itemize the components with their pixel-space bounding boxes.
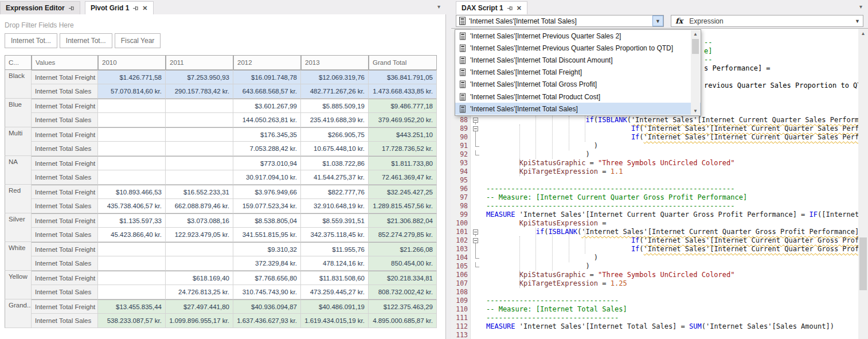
code-line[interactable]: 94 KpiTargetExpression = 1.1 (451, 167, 858, 176)
code-line[interactable]: 110-- Measure: [Internet Total Sales] (451, 305, 858, 314)
pin-icon[interactable] (68, 5, 75, 11)
tab-dax-script-1[interactable]: DAX Script 1 ✕ (456, 1, 527, 14)
pivot-value-cell[interactable]: 1.473.668.433,85 kr. (369, 84, 437, 99)
pivot-value-cell[interactable]: 478.124,16 kr. (301, 256, 369, 271)
pivot-row-label[interactable]: Internet Total Freight (32, 299, 98, 314)
pivot-row-label[interactable]: Internet Total Sales (32, 170, 98, 185)
pivot-row-label[interactable]: Internet Total Sales (32, 142, 98, 156)
code-line[interactable]: 91 ) (451, 142, 858, 150)
code-line[interactable]: 112MEASURE 'Internet Sales'[Internet Tot… (451, 322, 858, 331)
pivot-value-cell[interactable]: 379.469.952,20 kr. (369, 113, 437, 127)
fold-marker[interactable] (470, 124, 484, 133)
pivot-row-group-label[interactable]: Red (5, 185, 32, 213)
pivot-value-cell[interactable]: $21.306.882,04 (369, 213, 437, 228)
pivot-value-cell[interactable]: 122.923.479,05 kr. (166, 228, 233, 242)
pivot-value-cell[interactable]: $36.841.791,05 (369, 70, 437, 84)
pivot-value-cell[interactable]: $443.251,10 (369, 127, 437, 142)
pivot-value-cell[interactable]: 341.551.815,95 kr. (233, 228, 301, 242)
pivot-value-cell[interactable] (166, 113, 233, 127)
pivot-value-cell[interactable]: $10.893.466,53 (98, 185, 166, 199)
pivot-value-cell[interactable]: 7.053.288,42 kr. (233, 142, 301, 156)
code-line[interactable]: 92 ) (451, 150, 858, 159)
pivot-value-cell[interactable]: 473.259.445,27 kr. (301, 285, 369, 299)
editor-vertical-scrollbar[interactable]: ▲ (858, 29, 868, 339)
code-line[interactable]: 100 KpiStatusExpression = (451, 219, 858, 228)
chevron-down-icon[interactable]: ▾ (437, 3, 440, 10)
pivot-row-label[interactable]: Internet Total Sales (32, 285, 98, 299)
tab-pivot-grid-1[interactable]: Pivot Grid 1 ✕ (85, 1, 154, 14)
pivot-value-cell[interactable]: 310.745.743,90 kr. (233, 285, 301, 299)
pivot-row-label[interactable]: Internet Total Sales (32, 84, 98, 99)
pivot-column-header[interactable]: 2012 (233, 55, 301, 70)
pivot-row-label[interactable]: Internet Total Freight (32, 70, 98, 84)
pivot-value-cell[interactable]: $27.497.441,80 (166, 299, 233, 314)
pivot-value-cell[interactable]: $12.069.319,76 (301, 70, 369, 84)
pivot-value-cell[interactable]: $40.936.094,87 (233, 299, 301, 314)
pivot-value-cell[interactable]: $1.135.597,33 (98, 213, 166, 228)
pivot-value-cell[interactable]: 808.732.002,42 kr. (369, 285, 437, 299)
pivot-row-label[interactable]: Internet Total Freight (32, 242, 98, 256)
code-line[interactable]: 111-------------------------------- (451, 314, 858, 322)
pivot-row-label[interactable]: Internet Total Sales (32, 256, 98, 271)
pivot-value-cell[interactable]: 32.910.648,19 kr. (301, 199, 369, 213)
code-line[interactable]: 89 If('Internet Sales'[Internet Current … (451, 124, 858, 133)
pivot-value-cell[interactable]: $9.486.777,18 (369, 99, 437, 113)
dropdown-item[interactable]: 'Internet Sales'[Internet Previous Quart… (455, 42, 701, 54)
pivot-value-cell[interactable]: $8.538.805,04 (233, 213, 301, 228)
scrollbar-thumb[interactable] (692, 39, 699, 54)
pivot-value-cell[interactable] (98, 142, 166, 156)
pivot-row-group-label[interactable]: Silver (5, 213, 32, 242)
pivot-value-cell[interactable]: $7.768.656,80 (233, 271, 301, 285)
pin-icon[interactable] (507, 5, 513, 11)
fold-marker[interactable] (470, 236, 484, 245)
code-line[interactable]: 106 KpiStatusGraphic = "Three Symbols Un… (451, 271, 858, 279)
pivot-row-group-label[interactable]: NA (5, 156, 32, 185)
close-icon[interactable]: ✕ (517, 5, 522, 11)
pivot-value-cell[interactable]: 372.329,84 kr. (233, 256, 301, 271)
filter-field-button[interactable]: Internet Tot... (60, 33, 112, 48)
code-line[interactable]: 96--------------------------------------… (451, 185, 858, 193)
fold-marker[interactable] (470, 254, 484, 262)
code-line[interactable]: 101 if(ISBLANK('Internet Sales'[Internet… (451, 228, 858, 236)
pivot-value-cell[interactable]: 643.668.568,57 kr. (233, 84, 301, 99)
pivot-row-label[interactable]: Internet Total Freight (32, 271, 98, 285)
scroll-down-arrow-icon[interactable]: ▼ (691, 107, 700, 115)
pivot-row-label[interactable]: Internet Total Freight (32, 213, 98, 228)
pivot-column-header[interactable]: 2011 (166, 55, 233, 70)
code-line[interactable]: 95 (451, 176, 858, 185)
pivot-value-cell[interactable]: 4.895.000.685,87 kr. (369, 314, 437, 328)
dropdown-scrollbar[interactable]: ▲ ▼ (691, 30, 700, 115)
pivot-row-group-label[interactable]: Multi (5, 127, 32, 156)
pivot-value-cell[interactable] (98, 127, 166, 142)
pivot-value-cell[interactable]: $11.831.508,60 (301, 271, 369, 285)
pivot-row-label[interactable]: Internet Total Freight (32, 127, 98, 142)
pivot-value-cell[interactable]: 24.726.813,25 kr. (166, 285, 233, 299)
tab-expression-editor[interactable]: Expression Editor (0, 1, 80, 14)
pivot-value-cell[interactable]: $1.038.722,86 (301, 156, 369, 170)
close-icon[interactable]: ✕ (142, 5, 147, 11)
pivot-value-cell[interactable]: $40.486.091,19 (301, 299, 369, 314)
pivot-value-cell[interactable]: 144.050.263,81 kr. (233, 113, 301, 127)
dropdown-item[interactable]: 'Internet Sales'[Internet Total Sales] (455, 103, 701, 115)
expression-combobox[interactable]: fx Expression ▼ (671, 15, 863, 27)
pivot-value-cell[interactable]: 342.375.118,45 kr. (301, 228, 369, 242)
pivot-value-cell[interactable] (98, 271, 166, 285)
pivot-value-cell[interactable]: 852.274.279,85 kr. (369, 228, 437, 242)
pivot-column-header[interactable]: C... (5, 55, 32, 70)
filter-field-button[interactable]: Internet Tot... (5, 33, 57, 48)
fold-marker[interactable] (470, 262, 484, 271)
pivot-value-cell[interactable]: $1.426.771,58 (98, 70, 166, 84)
pivot-row-group-label[interactable]: Black (5, 70, 32, 99)
pivot-value-cell[interactable]: 41.544.275,37 kr. (301, 170, 369, 185)
dropdown-item[interactable]: 'Internet Sales'[Internet Total Product … (455, 91, 701, 103)
pivot-row-label[interactable]: Internet Total Freight (32, 185, 98, 199)
pivot-value-cell[interactable]: $122.375.463,29 (369, 299, 437, 314)
pivot-row-label[interactable]: Internet Total Sales (32, 113, 98, 127)
code-line[interactable]: 98--------------------------------------… (451, 202, 858, 211)
pivot-value-cell[interactable] (166, 256, 233, 271)
pivot-value-cell[interactable] (98, 156, 166, 170)
pivot-value-cell[interactable]: 290.157.783,42 kr. (166, 84, 233, 99)
pivot-value-cell[interactable] (166, 142, 233, 156)
pivot-column-header[interactable]: Values (32, 55, 98, 70)
code-line[interactable]: 90 If('Internet Sales'[Internet Current … (451, 133, 858, 142)
